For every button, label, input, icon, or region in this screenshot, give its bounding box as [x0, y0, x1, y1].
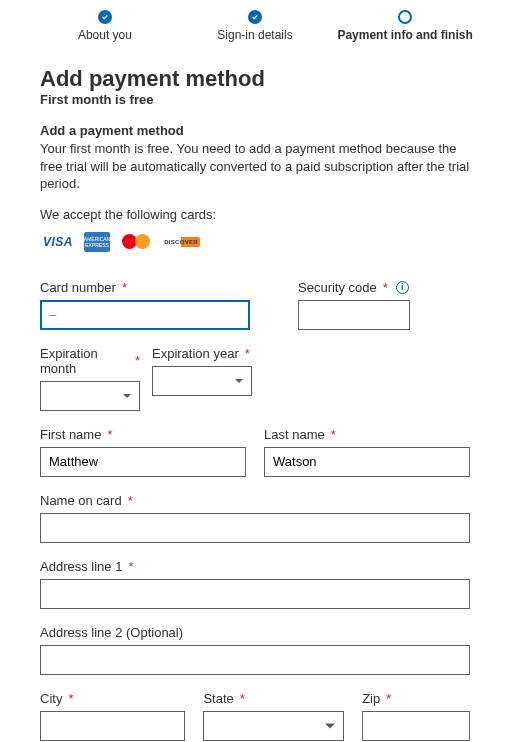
step-label: Sign-in details: [217, 28, 292, 42]
first-name-label: First name*: [40, 427, 246, 442]
current-step-icon: [398, 10, 412, 24]
security-code-label: Security code* i: [298, 280, 410, 295]
step-label: Payment info and finish: [337, 28, 472, 42]
mastercard-icon: [118, 232, 154, 252]
name-on-card-input[interactable]: [40, 513, 470, 543]
required-marker: *: [122, 280, 127, 295]
payment-form: Card number* Security code* i Expiration…: [10, 280, 500, 742]
expiration-year-select[interactable]: [152, 366, 252, 396]
required-marker: *: [386, 691, 391, 706]
chevron-down-icon: [325, 723, 335, 728]
visa-icon: VISA: [40, 232, 76, 252]
required-marker: *: [245, 346, 250, 361]
check-circle-icon: [248, 10, 262, 24]
required-marker: *: [135, 353, 140, 368]
required-marker: *: [128, 493, 133, 508]
chevron-down-icon: [123, 394, 131, 398]
required-marker: *: [128, 559, 133, 574]
card-number-input[interactable]: [40, 300, 250, 330]
step-about-you: About you: [30, 10, 180, 42]
section-description: Your first month is free. You need to ad…: [40, 140, 470, 193]
zip-input[interactable]: [362, 711, 470, 741]
city-input[interactable]: [40, 711, 185, 741]
discover-icon: DISCOVER: [162, 237, 200, 247]
card-logos: VISA AMERICAN EXPRESS DISCOVER: [40, 232, 470, 252]
required-marker: *: [68, 691, 73, 706]
address-line-2-input[interactable]: [40, 645, 470, 675]
name-on-card-label: Name on card*: [40, 493, 470, 508]
address-line-1-label: Address line 1*: [40, 559, 470, 574]
step-signin-details: Sign-in details: [180, 10, 330, 42]
required-marker: *: [240, 691, 245, 706]
expiration-month-label: Expiration month*: [40, 346, 140, 376]
page-subtitle: First month is free: [40, 92, 470, 107]
security-code-input[interactable]: [298, 300, 410, 330]
check-circle-icon: [98, 10, 112, 24]
signup-stepper: About you Sign-in details Payment info a…: [10, 10, 500, 60]
first-name-input[interactable]: [40, 447, 246, 477]
required-marker: *: [383, 280, 388, 295]
city-label: City*: [40, 691, 185, 706]
page-title: Add payment method: [10, 66, 500, 92]
zip-label: Zip*: [362, 691, 470, 706]
chevron-down-icon: [235, 379, 243, 383]
step-payment-info: Payment info and finish: [330, 10, 480, 42]
info-icon[interactable]: i: [396, 281, 409, 294]
state-select[interactable]: [203, 711, 344, 741]
required-marker: *: [331, 427, 336, 442]
card-number-label: Card number*: [40, 280, 250, 295]
amex-icon: AMERICAN EXPRESS: [84, 232, 110, 252]
state-label: State*: [203, 691, 344, 706]
last-name-input[interactable]: [264, 447, 470, 477]
last-name-label: Last name*: [264, 427, 470, 442]
address-line-1-input[interactable]: [40, 579, 470, 609]
expiration-month-select[interactable]: [40, 381, 140, 411]
required-marker: *: [107, 427, 112, 442]
step-label: About you: [78, 28, 132, 42]
accepted-cards-text: We accept the following cards:: [40, 207, 470, 222]
address-line-2-label: Address line 2 (Optional): [40, 625, 470, 640]
section-title: Add a payment method: [40, 123, 470, 138]
expiration-year-label: Expiration year*: [152, 346, 252, 361]
